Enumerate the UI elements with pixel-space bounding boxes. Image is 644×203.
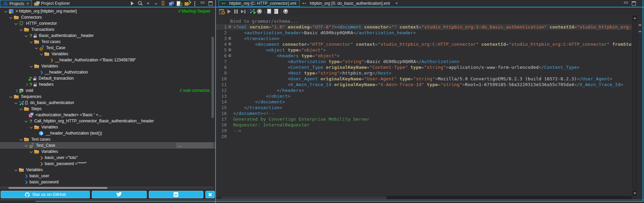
- chevron-open-icon[interactable]: [14, 100, 18, 105]
- editor-tab-do-basic-authentication[interactable]: httpbin_org [S: do_basic_authentication]…: [300, 0, 401, 7]
- chevron-open-icon[interactable]: [9, 94, 13, 99]
- tree-row[interactable]: Default_transaction: [0, 75, 215, 81]
- tree-row[interactable]: Basic_authentication__header: [0, 33, 215, 39]
- chevron-open-icon[interactable]: [29, 64, 34, 69]
- chevron-open-icon[interactable]: [19, 27, 23, 32]
- code-line[interactable]: 1<?xml version="1.0" encoding="UTF-8"?><…: [216, 24, 632, 30]
- twitter-button[interactable]: [92, 191, 146, 198]
- save-all-button[interactable]: [168, 0, 175, 6]
- tree-row[interactable]: > httpbin_org [httpbin_org master]// Mas…: [0, 8, 215, 14]
- arrow-up-button[interactable]: [152, 0, 159, 6]
- tab-project-explorer[interactable]: Project Explorer: [32, 0, 72, 7]
- code-line[interactable]: 5 <object type="object">: [216, 47, 632, 53]
- close-icon[interactable]: ×: [26, 2, 29, 5]
- code-line[interactable]: 2 <authorization_header>Basic dG90bzp0QH…: [216, 30, 632, 36]
- code-line[interactable]: 16</document><!--: [216, 110, 632, 116]
- tree-vertical-scrollbar[interactable]: [212, 37, 214, 118]
- chevron-closed-icon[interactable]: [14, 88, 18, 93]
- code-line[interactable]: 19-->: [216, 128, 632, 134]
- chevron-open-icon[interactable]: [29, 39, 34, 44]
- tree-row[interactable]: Variables: [0, 51, 215, 57]
- code-line[interactable]: 15 </transaction>: [216, 105, 632, 110]
- chevron-open-icon[interactable]: [19, 106, 23, 111]
- tree-row[interactable]: Call_httpbin_org_HTTP_connector_Basic_au…: [0, 118, 215, 124]
- code-line[interactable]: 3 <transaction>: [216, 36, 632, 41]
- tree-row[interactable]: Test cases: [0, 136, 215, 142]
- tree-row[interactable]: do_basic_authentication: [0, 100, 215, 106]
- tree-row[interactable]: Variables: [0, 167, 215, 173]
- tree-row[interactable]: Test cases: [0, 39, 215, 45]
- tree-row[interactable]: basic_password: [0, 179, 215, 185]
- tree-row[interactable]: Test_Case: [0, 45, 215, 51]
- chevron-open-icon[interactable]: [29, 125, 34, 130]
- import-button[interactable]: [183, 0, 190, 6]
- tree-row[interactable]: Test_Case...: [0, 142, 215, 148]
- chevron-open-icon[interactable]: [19, 137, 23, 142]
- tree-row[interactable]: basic_password ="****": [0, 161, 215, 167]
- tree-row[interactable]: __header_Authorization (text()): [0, 130, 215, 136]
- editor-vertical-scrollbar[interactable]: [632, 16, 637, 196]
- scroll-down-arrow[interactable]: [633, 192, 636, 195]
- chevron-open-icon[interactable]: [14, 167, 18, 172]
- code-line[interactable]: 17Generated by Convertigo Enterprise Mob…: [216, 116, 632, 122]
- code-line[interactable]: 6 <headers type="object">: [216, 53, 632, 59]
- tree-row[interactable]: HTTP_connector: [0, 20, 215, 26]
- code-line[interactable]: 18Requester: InternalRequester: [216, 122, 632, 128]
- download-button[interactable]: [282, 8, 289, 15]
- search-button[interactable]: [137, 0, 144, 6]
- annotation-mark[interactable]: [639, 31, 641, 32]
- chevron-open-icon[interactable]: [29, 149, 34, 154]
- scroll-up-arrow[interactable]: [633, 17, 636, 19]
- code-line[interactable]: 9 <Host type="string">httpbin.org</Host>: [216, 70, 632, 76]
- chevron-open-icon[interactable]: [24, 33, 28, 38]
- link-with-editor-button[interactable]: [160, 0, 167, 6]
- tree-row[interactable]: Variables: [0, 63, 215, 69]
- chevron-closed-icon[interactable]: [24, 82, 28, 87]
- chevron-open-icon[interactable]: [24, 143, 28, 148]
- tree-row[interactable]: Sequences: [0, 94, 215, 100]
- chevron-open-icon[interactable]: [40, 52, 44, 57]
- code-line[interactable]: 8 <Content_Type originalKeyName="Content…: [216, 64, 632, 70]
- code-line[interactable]: 14 </document>: [216, 99, 632, 105]
- minimize-button[interactable]: [622, 0, 629, 6]
- fold-marker[interactable]: [228, 43, 231, 45]
- maximize-button[interactable]: [630, 0, 637, 6]
- refresh-button[interactable]: [176, 0, 183, 6]
- tree-row[interactable]: Variables: [0, 148, 215, 155]
- step-over-button[interactable]: [240, 8, 247, 15]
- arrow-down-button[interactable]: [144, 0, 152, 6]
- tree-row[interactable]: Variables: [0, 124, 215, 130]
- chevron-open-icon[interactable]: [4, 9, 8, 14]
- panel-divider[interactable]: [215, 0, 216, 203]
- tree-row[interactable]: headers: [0, 81, 215, 87]
- fold-marker[interactable]: [228, 37, 231, 40]
- stop-button[interactable]: [256, 8, 263, 15]
- scrollbar-thumb[interactable]: [8, 187, 107, 189]
- generate-config-button[interactable]: [218, 8, 225, 15]
- execute-sequence-button[interactable]: [249, 8, 256, 15]
- menu-button[interactable]: [191, 0, 198, 6]
- chevron-open-icon[interactable]: [24, 119, 28, 124]
- tree-row[interactable]: __header_Authorization: [0, 69, 215, 75]
- tree-row[interactable]: __header_Authorization ="Basic 123456789…: [0, 57, 215, 63]
- star-github-button[interactable]: Star us on GitHub: [1, 191, 90, 198]
- tree-row[interactable]: void// void connector,: [0, 87, 215, 94]
- maximize-button[interactable]: [207, 0, 214, 6]
- tree-row[interactable]: basic_user ="toto": [0, 155, 215, 161]
- tab-projects[interactable]: Projects ×: [0, 0, 32, 7]
- fold-marker[interactable]: [228, 54, 231, 57]
- tree-row[interactable]: <authorization_header> ='Basic ' +...: [0, 112, 215, 118]
- chevron-open-icon[interactable]: [14, 21, 18, 26]
- chevron-open-icon[interactable]: [9, 15, 13, 20]
- close-icon[interactable]: ×: [395, 2, 398, 5]
- editor-tab-http-connector[interactable]: httpbin_org [C: HTTP_connector].xml: [219, 0, 300, 7]
- fold-marker[interactable]: [228, 48, 231, 51]
- minimize-button[interactable]: [199, 0, 206, 6]
- code-line[interactable]: 13 </object>: [216, 93, 632, 99]
- code-line[interactable]: 4 <document connector="HTTP_connector" c…: [216, 41, 632, 47]
- code-line[interactable]: 20: [216, 134, 632, 139]
- code-line[interactable]: 12 </headers>: [216, 87, 632, 93]
- xml-editor[interactable]: Bind to grammar/schema... 1<?xml version…: [216, 16, 632, 196]
- code-line[interactable]: 7 <Authorization type="string">Basic dG9…: [216, 59, 632, 64]
- code-line[interactable]: 11 <X_Amzn_Trace_Id originalKeyName="X-A…: [216, 82, 632, 87]
